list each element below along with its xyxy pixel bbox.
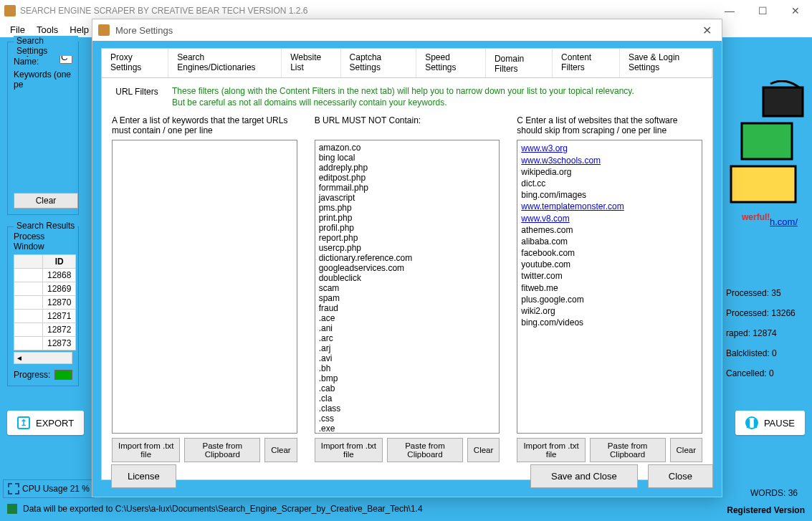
pause-button[interactable]: ❚❚ PAUSE [735,411,805,435]
col-a-import-button[interactable]: Import from .txt file [112,438,180,462]
url-filters-label: URL Filters [112,85,162,97]
table-row: 12871 [14,310,76,323]
tab-website-list[interactable]: Website List [282,49,340,77]
export-icon: ↥ [17,416,30,429]
col-a-textarea[interactable] [112,140,297,434]
app-icon [4,5,16,16]
tab-captcha[interactable]: Captcha Settings [341,49,417,77]
tab-speed[interactable]: Speed Settings [416,49,486,77]
table-row: 12872 [14,323,76,337]
close-button-modal[interactable]: Close [648,464,713,488]
table-row: 12868 [14,269,76,282]
col-a-clear-button[interactable]: Clear [264,438,297,462]
search-results-legend: Search Results [14,221,77,231]
dialog-title: More Settings [115,25,173,36]
close-button[interactable]: ✕ [779,0,812,21]
tab-engines[interactable]: Search Engines/Dictionaries [168,49,282,77]
top-link[interactable]: h.com/ [770,216,798,227]
menu-tools[interactable]: Tools [37,24,58,35]
table-row: 12873 [14,337,76,350]
col-c-clear-button[interactable]: Clear [670,438,702,462]
table-row: 12869 [14,282,76,296]
total-words: WORDS: 36 [750,488,798,498]
keywords-label: Keywords (one pe [14,70,72,90]
settings-tabbar: Proxy Settings Search Engines/Dictionari… [101,48,713,77]
col-c-listbox[interactable]: www.w3.orgwww.w3schools.comwikipedia.org… [517,140,702,434]
more-settings-dialog: More Settings ✕ Proxy Settings Search En… [92,19,722,497]
progress-label: Progress: [14,370,50,380]
stat-processed-1: Processed: 35 [726,288,812,298]
menu-help[interactable]: Help [70,24,89,35]
stat-processed-2: Processed: 13266 [726,308,812,318]
table-row: 12870 [14,296,76,310]
pause-icon: ❚❚ [745,416,758,429]
col-b-header: B URL MUST NOT Contain: [315,115,500,137]
search-settings-legend: Search Settings [14,36,78,56]
svg-rect-0 [731,166,796,202]
clear-settings-button[interactable]: Clear [14,193,78,209]
excel-icon [7,504,17,514]
tab-domain-filters[interactable]: Domain Filters [486,49,553,77]
cpu-icon [8,483,19,494]
help-line-1: These filters (along with the Content Fi… [172,85,634,97]
col-a-paste-button[interactable]: Paste from Clipboard [184,438,260,462]
window-title: SEARCH ENGINE SCRAPER BY CREATIVE BEAR T… [20,6,307,16]
stat-cancelled: Cancelled: 0 [726,368,812,378]
stat-scraped: raped: 12874 [726,328,812,338]
col-b-import-button[interactable]: Import from .txt file [315,438,383,462]
col-b-paste-button[interactable]: Paste from Clipboard [387,438,463,462]
col-c-header: C Enter a list of websites that the soft… [517,115,702,137]
help-line-2: But be careful as not all domains will n… [172,97,634,108]
dialog-icon [98,24,110,36]
progress-bar [54,370,72,380]
hero-art: werful! [727,80,806,224]
cpu-usage: CPU Usage 21 % [3,479,95,498]
results-table[interactable]: ID 12868 12869 12870 12871 12872 12873 [14,254,76,350]
export-path: Data will be exported to C:\Users\a-lux\… [23,504,423,514]
export-button[interactable]: ↥ EXPORT [7,411,84,435]
col-b-textarea[interactable] [315,140,500,434]
svg-rect-1 [742,123,792,159]
dialog-close-icon[interactable]: ✕ [698,24,716,37]
horizontal-scrollbar[interactable]: ◄ [14,352,72,364]
tab-proxy[interactable]: Proxy Settings [102,49,168,77]
tab-save-login[interactable]: Save & Login Settings [620,49,712,77]
col-b-clear-button[interactable]: Clear [467,438,500,462]
menu-file[interactable]: File [10,24,25,35]
svg-rect-2 [763,87,803,116]
stat-blacklisted: Balcklisted: 0 [726,348,812,358]
col-a-header: A Enter a list of keywords that the targ… [112,115,297,137]
maximize-button[interactable]: ☐ [746,0,779,21]
col-c-paste-button[interactable]: Paste from Clipboard [590,438,666,462]
col-id: ID [43,255,76,269]
tab-content-filters[interactable]: Content Filters [553,49,620,77]
col-c-import-button[interactable]: Import from .txt file [517,438,585,462]
save-and-close-button[interactable]: Save and Close [530,464,638,488]
svg-text:werful!: werful! [741,212,770,222]
license-button[interactable]: License [111,464,176,488]
process-window-label: Process Window [14,231,72,252]
registered-version: Registered Version [727,505,805,515]
